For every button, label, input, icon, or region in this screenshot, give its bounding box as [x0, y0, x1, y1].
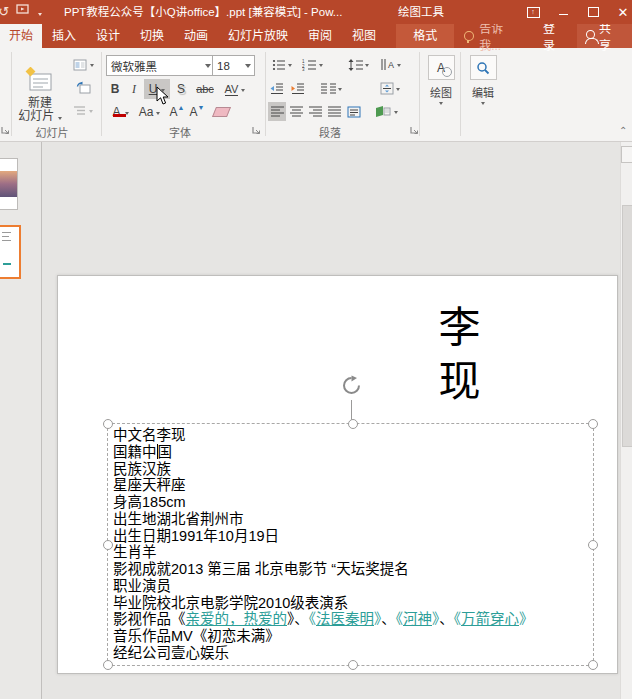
- body-line: 影视作品《亲爱的，热爱的》、《法医秦明》、《河神》、《万箭穿心》: [113, 611, 587, 628]
- font-name-combo[interactable]: 微软雅黑: [106, 55, 215, 76]
- link-bracket: 《: [454, 611, 461, 627]
- hyperlink[interactable]: 河神: [403, 611, 432, 627]
- section-button[interactable]: [68, 101, 98, 120]
- resize-handle-top-right[interactable]: [588, 419, 598, 429]
- italic-button[interactable]: I: [126, 79, 142, 99]
- hyperlink[interactable]: 万箭穿心: [461, 611, 519, 627]
- grow-font-button[interactable]: A▲: [168, 102, 186, 122]
- minimize-icon[interactable]: [548, 0, 578, 24]
- decrease-indent-button[interactable]: [268, 79, 286, 98]
- link-bracket: 》: [519, 611, 534, 627]
- resize-handle-middle-left[interactable]: [103, 540, 113, 550]
- share-button[interactable]: 共享: [577, 24, 632, 48]
- strikethrough-button[interactable]: abc: [192, 79, 218, 99]
- ribbon-display-options-icon[interactable]: ↑: [518, 0, 548, 24]
- resize-handle-top-left[interactable]: [103, 419, 113, 429]
- tab-插入[interactable]: 插入: [42, 24, 86, 48]
- scrollbar-up-button[interactable]: [621, 146, 632, 163]
- maximize-icon[interactable]: [578, 0, 608, 24]
- close-icon[interactable]: ✕: [608, 0, 632, 24]
- text-direction-button[interactable]: A: [374, 55, 406, 74]
- svg-text:3: 3: [302, 67, 305, 71]
- svg-text:A: A: [388, 60, 394, 70]
- tab-视图[interactable]: 视图: [342, 24, 386, 48]
- qat-dropdown-icon[interactable]: [31, 0, 49, 24]
- tab-切换[interactable]: 切换: [130, 24, 174, 48]
- text-segment: 民族汉族: [113, 461, 171, 477]
- bold-button[interactable]: B: [106, 79, 124, 99]
- font-group-label: 字体: [130, 124, 230, 140]
- slide-canvas[interactable]: 李现 中文名李现国籍中国民族汉族星座天秤座身高185cm出生地湖北省荆州市出生日…: [57, 275, 618, 674]
- body-line: 中文名李现: [113, 427, 587, 444]
- increase-indent-button[interactable]: [289, 79, 307, 98]
- resize-handle-bottom-left[interactable]: [103, 660, 113, 670]
- character-spacing-button[interactable]: AV: [220, 79, 250, 99]
- numbering-button[interactable]: 123: [298, 55, 326, 74]
- reset-slide-button[interactable]: [68, 78, 98, 97]
- align-center-button[interactable]: [287, 102, 305, 121]
- dialog-launcher-icon[interactable]: [1, 126, 11, 136]
- drawing-button[interactable]: A 绘图: [423, 53, 459, 136]
- bullets-button[interactable]: [269, 55, 295, 74]
- new-slide-icon: [25, 67, 55, 94]
- presentation-icon[interactable]: [13, 0, 31, 24]
- clear-formatting-icon: [211, 107, 230, 117]
- slide-thumbnail-1[interactable]: [0, 158, 18, 210]
- rotate-handle-icon[interactable]: [341, 375, 362, 400]
- align-left-button[interactable]: [268, 102, 286, 121]
- body-line: 星座天秤座: [113, 477, 587, 494]
- resize-handle-bottom-middle[interactable]: [348, 660, 358, 670]
- hyperlink[interactable]: 法医秦明: [316, 611, 374, 627]
- undo-icon[interactable]: ↺: [0, 0, 13, 24]
- slide-layout-button[interactable]: [68, 55, 98, 74]
- font-size-combo[interactable]: 18: [212, 55, 255, 76]
- ribbon-tab-row: 开始插入设计切换动画幻灯片放映审阅视图格式 告诉我... 登录 共享: [0, 24, 632, 48]
- body-line: 民族汉族: [113, 461, 587, 478]
- text-segment: 、: [381, 611, 396, 627]
- scrollbar-thumb[interactable]: [622, 205, 632, 447]
- slide-thumbnail-2-selected[interactable]: [0, 225, 21, 279]
- text-segment: 星座天秤座: [113, 477, 186, 493]
- text-segment: 影视作品《: [113, 611, 186, 627]
- drawing-label: 绘图: [430, 87, 452, 99]
- font-dialog-launcher-icon[interactable]: [252, 126, 262, 136]
- tab-开始[interactable]: 开始: [0, 24, 42, 48]
- resize-handle-bottom-right[interactable]: [588, 660, 598, 670]
- work-area: 李现 中文名李现国籍中国民族汉族星座天秤座身高185cm出生地湖北省荆州市出生日…: [0, 141, 632, 699]
- quick-access-toolbar: ↺: [0, 0, 49, 24]
- align-right-button[interactable]: [306, 102, 324, 121]
- sign-in-button[interactable]: 登录: [533, 19, 577, 53]
- text-segment: 身高185cm: [113, 494, 186, 510]
- tab-动画[interactable]: 动画: [174, 24, 218, 48]
- slide-title-vertical[interactable]: 李现: [429, 305, 481, 413]
- font-color-button[interactable]: A: [106, 102, 133, 122]
- line-spacing-button[interactable]: [344, 55, 372, 74]
- vertical-scrollbar[interactable]: [620, 141, 632, 699]
- hyperlink[interactable]: 亲爱的，热爱的: [186, 611, 288, 627]
- shrink-font-button[interactable]: A▼: [188, 102, 206, 122]
- tell-me-button[interactable]: 告诉我...: [456, 19, 533, 53]
- body-line: 国籍中国: [113, 444, 587, 461]
- columns-button[interactable]: [316, 79, 346, 98]
- text-segment: 》、: [287, 611, 309, 627]
- tab-审阅[interactable]: 审阅: [298, 24, 342, 48]
- tab-幻灯片放映[interactable]: 幻灯片放映: [218, 24, 298, 48]
- justify-button[interactable]: [325, 102, 343, 121]
- align-text-button[interactable]: [374, 79, 406, 98]
- collapse-ribbon-icon[interactable]: ⌃: [619, 125, 627, 136]
- resize-handle-middle-right[interactable]: [588, 540, 598, 550]
- distribute-columns-button[interactable]: [344, 102, 364, 121]
- body-line: 音乐作品MV《初恋未满》: [113, 628, 587, 645]
- tab-设计[interactable]: 设计: [86, 24, 130, 48]
- text-segment: 毕业院校北京电影学院2010级表演系: [113, 595, 348, 611]
- tab-格式[interactable]: 格式: [396, 24, 454, 48]
- convert-to-smartart-button[interactable]: [367, 102, 405, 121]
- editing-button[interactable]: 编辑: [465, 53, 501, 136]
- clear-formatting-button[interactable]: [210, 102, 232, 122]
- body-line: 身高185cm: [113, 494, 587, 511]
- body-line: 职业演员: [113, 578, 587, 595]
- body-text[interactable]: 中文名李现国籍中国民族汉族星座天秤座身高185cm出生地湖北省荆州市出生日期19…: [113, 427, 587, 662]
- thumbnail-photo: [0, 171, 17, 197]
- text-segment: 中文名李现: [113, 427, 186, 443]
- text-shadow-button[interactable]: S: [172, 79, 190, 99]
